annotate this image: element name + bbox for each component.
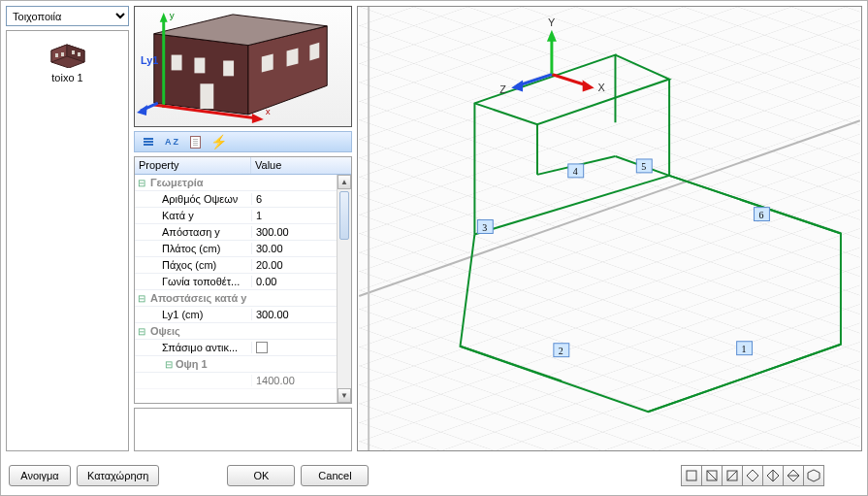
view-left-icon[interactable]: [722, 465, 743, 486]
category-dropdown[interactable]: Τοιχοποιία: [6, 6, 129, 26]
svg-text:Ly1: Ly1: [141, 54, 158, 66]
prop-name: Απόσταση y: [162, 226, 251, 238]
svg-line-61: [727, 471, 737, 480]
view-top-icon[interactable]: [762, 465, 784, 486]
prop-value[interactable]: 30.00: [251, 243, 337, 254]
property-row[interactable]: Γωνία τοποθέτ...0.00: [135, 274, 337, 290]
group-label: Οψη 1: [176, 358, 251, 370]
ok-button[interactable]: OK: [227, 465, 295, 486]
prop-value[interactable]: 300.00: [251, 309, 337, 320]
svg-text:Y: Y: [548, 17, 556, 28]
property-row[interactable]: Πλάτος (cm)30.00: [135, 241, 337, 257]
description-box: [134, 408, 352, 451]
view-buttons: [681, 465, 824, 486]
svg-marker-20: [252, 114, 264, 123]
categorized-icon[interactable]: [139, 134, 158, 149]
svg-line-59: [707, 471, 717, 480]
prop-value[interactable]: 300.00: [251, 226, 337, 238]
dialog: Τοιχοποιία toi: [0, 0, 868, 496]
header-property[interactable]: Property: [135, 157, 251, 174]
prop-name: Σπάσιμο αντικ...: [162, 342, 251, 353]
property-row[interactable]: Ly1 (cm)300.00: [135, 307, 337, 323]
grid-header: Property Value: [135, 157, 351, 175]
property-row[interactable]: Πάχος (cm)20.00: [135, 257, 337, 274]
vertical-scrollbar[interactable]: ▲ ▼: [337, 175, 351, 403]
svg-text:6: 6: [758, 210, 763, 220]
open-button[interactable]: Ανοιγμα: [9, 465, 71, 486]
prop-value[interactable]: 6: [251, 193, 337, 205]
register-button[interactable]: Καταχώρηση: [77, 465, 159, 486]
view-iso2-icon[interactable]: [803, 465, 824, 486]
preview-3d[interactable]: Ly1 y x: [134, 6, 352, 127]
svg-marker-62: [747, 470, 758, 481]
item-list[interactable]: toixo 1: [6, 30, 129, 451]
collapse-icon[interactable]: ⊟: [135, 326, 148, 337]
collapse-icon[interactable]: ⊟: [135, 178, 148, 188]
property-subgroup[interactable]: ⊟ Οψη 1: [135, 356, 337, 373]
cancel-button[interactable]: Cancel: [301, 465, 369, 486]
content-area: Τοιχοποιία toi: [1, 1, 867, 456]
masonry-thumb-icon: [48, 39, 88, 68]
svg-rect-5: [72, 50, 75, 54]
scroll-down-icon[interactable]: ▼: [338, 388, 351, 403]
view-right-icon[interactable]: [742, 465, 763, 486]
svg-rect-3: [55, 53, 58, 57]
prop-value[interactable]: 1: [251, 210, 337, 221]
property-pages-icon[interactable]: [185, 134, 205, 149]
view-front-icon[interactable]: [681, 465, 702, 486]
3d-viewport[interactable]: X Y Z 1 2 3 4 5 6: [357, 6, 862, 451]
footer: Ανοιγμα Καταχώρηση OK Cancel: [1, 456, 867, 495]
property-group[interactable]: ⊟ Αποστάσεις κατά y: [135, 290, 337, 307]
list-item[interactable]: toixo 1: [44, 37, 92, 85]
prop-name: Γωνία τοποθέτ...: [162, 276, 251, 287]
svg-text:y: y: [170, 10, 175, 20]
svg-rect-10: [200, 83, 213, 109]
svg-text:1: 1: [742, 344, 747, 354]
collapse-icon[interactable]: ⊟: [162, 359, 176, 370]
svg-rect-12: [194, 58, 205, 74]
prop-name: Ly1 (cm): [162, 309, 251, 320]
property-row[interactable]: 1400.00: [135, 373, 337, 389]
checkbox[interactable]: [256, 342, 268, 353]
prop-value[interactable]: [251, 342, 337, 353]
scroll-thumb[interactable]: [339, 191, 349, 240]
svg-text:Z: Z: [499, 83, 506, 95]
svg-text:5: 5: [641, 161, 646, 172]
property-row[interactable]: Σπάσιμο αντικ...: [135, 340, 337, 356]
property-row[interactable]: Αριθμός Οψεων6: [135, 191, 337, 208]
property-group[interactable]: ⊟ Οψεις: [135, 323, 337, 340]
svg-rect-11: [172, 55, 182, 71]
scroll-up-icon[interactable]: ▲: [338, 175, 351, 189]
group-label: Αποστάσεις κατά y: [148, 292, 251, 304]
svg-text:x: x: [266, 106, 271, 116]
svg-marker-18: [160, 13, 168, 22]
collapse-icon[interactable]: ⊟: [135, 293, 148, 304]
list-item-label: toixo 1: [48, 72, 88, 83]
property-toolbar: A Z ⚡: [134, 131, 352, 152]
left-column: Τοιχοποιία toi: [6, 6, 129, 451]
prop-value[interactable]: 1400.00: [251, 375, 337, 386]
property-row[interactable]: Απόσταση y300.00: [135, 224, 337, 241]
svg-text:4: 4: [573, 166, 578, 177]
property-group[interactable]: ⊟ Γεωμετρία: [135, 175, 337, 191]
prop-value[interactable]: 0.00: [251, 276, 337, 287]
property-row[interactable]: Κατά y1: [135, 208, 337, 224]
alphabetical-icon[interactable]: A Z: [162, 134, 181, 149]
view-back-icon[interactable]: [701, 465, 723, 486]
header-value[interactable]: Value: [251, 157, 351, 174]
prop-name: Αριθμός Οψεων: [162, 193, 251, 205]
grid-body: ⊟ Γεωμετρία Αριθμός Οψεων6 Κατά y1 Απόστ…: [135, 175, 351, 403]
svg-marker-22: [137, 105, 147, 116]
group-label: Οψεις: [148, 325, 251, 337]
property-grid: Property Value ⊟ Γεωμετρία Αριθμός Οψεων…: [134, 156, 352, 404]
prop-name: Κατά y: [162, 210, 251, 221]
svg-rect-13: [223, 60, 234, 76]
svg-rect-4: [61, 52, 64, 56]
lightning-icon[interactable]: ⚡: [209, 134, 228, 149]
prop-name: Πλάτος (cm): [162, 243, 251, 254]
svg-rect-6: [78, 52, 80, 56]
svg-marker-14: [262, 54, 273, 73]
prop-value[interactable]: 20.00: [251, 259, 337, 271]
view-iso1-icon[interactable]: [783, 465, 804, 486]
svg-text:X: X: [598, 82, 606, 93]
